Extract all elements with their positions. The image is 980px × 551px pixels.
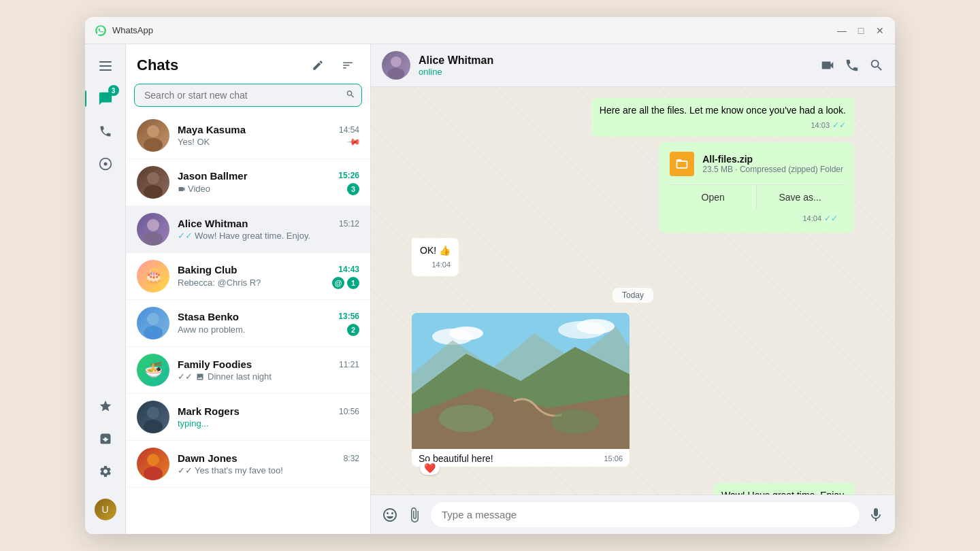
mention-badge-baking: @ (332, 277, 344, 289)
chat-time-family: 11:21 (339, 360, 359, 369)
sidebar-status-icon[interactable] (91, 149, 120, 179)
message-sent-1: Here are all the files. Let me know once… (591, 98, 854, 137)
svg-point-24 (576, 319, 615, 334)
avatar-alice (137, 213, 169, 246)
chat-preview-stasa: Aww no problem. (178, 324, 347, 335)
svg-point-6 (147, 125, 159, 137)
sidebar-archive-icon[interactable] (91, 424, 120, 454)
file-save-button[interactable]: Save as... (756, 185, 843, 210)
user-avatar[interactable]: U (91, 495, 120, 524)
svg-point-19 (388, 68, 405, 80)
sidebar: 3 (85, 44, 126, 534)
input-area (371, 495, 895, 534)
chat-item-alice[interactable]: Alice Whitman 15:12 ✓✓ Wow! Have great t… (126, 206, 370, 253)
voice-call-button[interactable] (845, 58, 860, 73)
attach-button[interactable] (406, 507, 423, 523)
svg-point-10 (147, 219, 159, 231)
sidebar-menu-icon[interactable] (91, 51, 120, 81)
chat-name-jason: Jason Ballmer (178, 170, 248, 182)
chat-header: Alice Whitman online (371, 44, 895, 87)
svg-point-11 (144, 232, 163, 246)
message-input[interactable] (431, 502, 860, 527)
svg-point-29 (551, 410, 599, 434)
svg-point-7 (144, 138, 163, 152)
chat-time-maya: 14:54 (339, 125, 359, 135)
chat-contact-name: Alice Whitman (419, 54, 812, 67)
video-call-button[interactable] (820, 58, 835, 73)
chat-item-stasa[interactable]: Stasa Benko 13:56 Aww no problem. 2 (126, 300, 370, 347)
file-size: 23.5 MB · Compressed (zipped) Folder (702, 165, 843, 174)
svg-point-16 (147, 454, 159, 466)
message-received-1: OK! 👍 14:04 (412, 238, 459, 276)
svg-rect-1 (99, 61, 112, 63)
close-button[interactable]: ✕ (875, 25, 885, 36)
file-header: All-files.zip 23.5 MB · Compressed (zipp… (670, 152, 843, 176)
svg-point-13 (144, 326, 163, 339)
chat-name-family: Family Foodies (178, 358, 252, 370)
chat-item-maya[interactable]: Maya Kasuma 14:54 Yes! OK 📌 (126, 112, 370, 159)
chat-list: Maya Kasuma 14:54 Yes! OK 📌 (126, 112, 370, 534)
title-bar: WhatsApp — □ ✕ (85, 17, 895, 44)
photo-image (412, 313, 630, 449)
chat-name-alice: Alice Whitman (178, 218, 248, 229)
message-sent-final: Wow! Have great time. Enjoy. 15:12 ✓✓ (713, 483, 854, 495)
chat-info-baking: Baking Club 14:43 Rebecca: @Chris R? @ 1 (178, 264, 359, 289)
photo-message-time: 15:06 (604, 454, 623, 463)
chat-preview-family: ✓✓ Dinner last night (178, 371, 359, 382)
file-open-button[interactable]: Open (670, 185, 756, 210)
sidebar-settings-icon[interactable] (91, 456, 120, 486)
chat-header-avatar[interactable] (382, 51, 410, 80)
app-window: WhatsApp — □ ✕ 3 (85, 17, 895, 534)
file-icon (670, 152, 694, 176)
search-messages-button[interactable] (869, 58, 884, 73)
voice-message-button[interactable] (868, 507, 884, 523)
chat-info-maya: Maya Kasuma 14:54 Yes! OK 📌 (178, 124, 359, 147)
chat-name-maya: Maya Kasuma (178, 124, 246, 135)
sidebar-starred-icon[interactable] (91, 391, 120, 421)
chat-time-alice: 15:12 (339, 219, 359, 229)
chat-badge: 3 (108, 85, 119, 96)
chat-info-mark: Mark Rogers 10:56 typing... (178, 405, 359, 429)
chat-item-baking[interactable]: 🎂 Baking Club 14:43 Rebecca: @Chris R? @… (126, 253, 370, 300)
new-chat-button[interactable] (306, 54, 329, 77)
svg-point-5 (103, 163, 107, 166)
photo-bubble: So beautiful here! 15:06 (412, 313, 630, 467)
file-info: All-files.zip 23.5 MB · Compressed (zipp… (702, 154, 843, 174)
chat-item-family[interactable]: 🍜 Family Foodies 11:21 ✓✓ Dinner last ni… (126, 347, 370, 394)
svg-point-8 (147, 172, 159, 184)
search-bar (134, 84, 362, 107)
app-title: WhatsApp (112, 25, 836, 35)
sidebar-chats-icon[interactable]: 3 (91, 84, 120, 114)
chat-info-stasa: Stasa Benko 13:56 Aww no problem. 2 (178, 311, 359, 336)
svg-rect-2 (99, 65, 112, 67)
svg-point-15 (144, 420, 163, 433)
chat-header-info: Alice Whitman online (419, 54, 812, 77)
avatar-stasa (137, 307, 169, 339)
chat-header-actions (820, 58, 884, 73)
chat-preview-baking: Rebecca: @Chris R? (178, 278, 332, 288)
file-actions: Open Save as... (670, 184, 843, 210)
day-divider: Today (412, 288, 854, 301)
chat-item-mark[interactable]: Mark Rogers 10:56 typing... (126, 394, 370, 441)
chat-name-mark: Mark Rogers (178, 405, 240, 417)
unread-badge-stasa: 2 (347, 324, 359, 336)
search-input[interactable] (134, 84, 362, 107)
chat-item-jason[interactable]: Jason Ballmer 15:26 Video 3 (126, 159, 370, 206)
chat-preview-dawn: ✓✓ Yes that's my fave too! (178, 465, 359, 475)
chat-item-dawn[interactable]: Dawn Jones 8:32 ✓✓ Yes that's my fave to… (126, 441, 370, 488)
whatsapp-logo-icon (95, 24, 107, 37)
file-message: All-files.zip 23.5 MB · Compressed (zipp… (659, 142, 854, 233)
emoji-button[interactable] (382, 507, 398, 523)
chat-preview-mark: typing... (178, 418, 359, 429)
minimize-button[interactable]: — (836, 25, 847, 36)
chat-time-baking: 14:43 (338, 265, 359, 274)
chats-panel: Chats (126, 44, 371, 534)
sidebar-calls-icon[interactable] (91, 116, 120, 146)
filter-button[interactable] (336, 54, 359, 77)
chat-time-stasa: 13:56 (338, 312, 359, 321)
chat-name-stasa: Stasa Benko (178, 311, 239, 322)
chat-preview-maya: Yes! OK (178, 137, 348, 147)
unread-badge-jason: 3 (347, 183, 359, 195)
svg-point-14 (147, 407, 159, 419)
maximize-button[interactable]: □ (855, 25, 866, 36)
